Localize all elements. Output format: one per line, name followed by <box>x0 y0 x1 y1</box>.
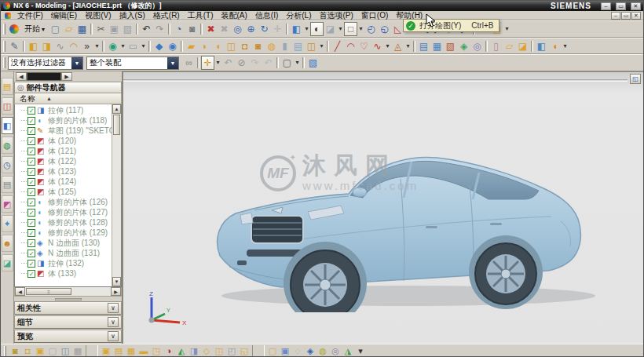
tree-item-checkbox[interactable]: ✓ <box>27 219 35 227</box>
toolbar-grip[interactable] <box>3 57 5 68</box>
studio-surface-icon[interactable]: ▧ <box>444 39 457 53</box>
replace-component-icon[interactable]: ◑ <box>163 345 175 357</box>
child-minimize-button[interactable]: – <box>611 12 620 20</box>
trim-body-icon[interactable]: ◫ <box>305 39 318 53</box>
move-component-icon[interactable]: ◳ <box>150 345 163 357</box>
hide-icon[interactable]: ✖ <box>218 22 231 36</box>
dropdown-caret[interactable]: ▾ <box>214 56 221 70</box>
through-curves-icon[interactable]: ▤ <box>417 39 430 53</box>
graphics-viewport[interactable]: ◱ <box>123 71 643 344</box>
sheet-body-icon[interactable]: ◫ <box>225 39 238 53</box>
chevron-down-icon[interactable]: ∨ <box>108 303 119 313</box>
sort-ascending-icon[interactable]: ▲ <box>46 96 52 101</box>
redo-icon[interactable]: ↷ <box>153 22 166 36</box>
save-icon[interactable]: ▦ <box>75 22 89 36</box>
selection-filter-combobox[interactable]: 没有选择过滤器 ▼ <box>8 56 83 70</box>
gray-arrow-up-icon[interactable]: ↷ <box>248 56 262 70</box>
find-component-icon[interactable]: ◙ <box>9 345 21 357</box>
tree-item-checkbox[interactable]: ✓ <box>27 229 35 237</box>
minimize-button[interactable]: – <box>601 2 611 10</box>
selection-scope-combobox[interactable]: 整个装配 ▼ <box>86 56 179 70</box>
tree-item-checkbox[interactable]: ✓ <box>27 188 35 196</box>
dropdown-caret[interactable]: ▾ <box>354 345 367 357</box>
tree-item[interactable]: ✓ ◩ 体 (123) <box>15 166 112 177</box>
component-array-icon[interactable]: ▦ <box>125 345 137 357</box>
mirror-assembly-icon[interactable]: ◫ <box>213 345 225 357</box>
car-model[interactable] <box>206 124 610 312</box>
dropdown-caret[interactable]: ▾ <box>357 22 364 36</box>
tree-item-checkbox[interactable]: ✓ <box>27 270 35 278</box>
datum-csys-icon[interactable]: ◨ <box>40 39 53 53</box>
wave-geometry-linker-icon[interactable]: ◇ <box>200 345 213 357</box>
link-clip-icon[interactable]: ◍ <box>317 345 329 357</box>
tree-item[interactable]: ✓ ◩ 体 (133) <box>15 268 112 279</box>
constraint-navigator-tab[interactable]: ◫ <box>2 97 13 115</box>
menu-item[interactable]: 编辑(E) <box>47 11 81 20</box>
tree-item-checkbox[interactable]: ✓ <box>27 148 35 155</box>
tree-item[interactable]: ✓ ◖ 修剪的片体 (126) <box>15 197 112 207</box>
snap-view-icon[interactable]: ◵ <box>378 22 391 36</box>
scroll-left-button[interactable]: ◀ <box>16 72 27 81</box>
assembly-preview-icon[interactable]: ◫ <box>59 345 71 357</box>
paste-icon[interactable]: ▨ <box>121 22 134 36</box>
scroll-up-icon[interactable]: ▲ <box>112 104 121 114</box>
gray-arrow-down-icon[interactable]: ↶ <box>262 56 275 70</box>
wave-mode-icon[interactable]: ◈ <box>304 345 317 357</box>
navigator-column-header[interactable]: 名称 ▲ <box>14 93 122 104</box>
tree-item-checkbox[interactable]: ✓ <box>27 158 35 166</box>
art-spline-icon[interactable]: ♡ <box>357 39 371 53</box>
tree-item[interactable]: ✓ ◩ 体 (124) <box>15 177 112 187</box>
combo-dropdown-icon[interactable]: ▼ <box>71 57 82 69</box>
tree-item[interactable]: ✓ ◩ 体 (122) <box>15 156 112 166</box>
roles-tab[interactable]: ☻ <box>2 235 13 252</box>
rectangle-select-icon[interactable]: ▢ <box>280 56 294 70</box>
studio-spline-icon[interactable]: ∿ <box>371 39 384 53</box>
sketch-icon[interactable]: ✎ <box>8 39 21 53</box>
tree-item-checkbox[interactable]: ✓ <box>27 168 35 176</box>
text-icon[interactable]: ◬ <box>391 39 404 53</box>
face-analysis-icon[interactable]: ◪ <box>324 22 337 36</box>
dropdown-caret[interactable]: ▾ <box>303 22 310 36</box>
chevron-down-icon[interactable]: ∨ <box>108 331 119 341</box>
menu-item[interactable]: 视图(V) <box>81 11 115 20</box>
menu-item[interactable]: 格式(R) <box>149 11 184 20</box>
undo-icon[interactable]: ↶ <box>140 22 153 36</box>
tree-item-checkbox[interactable]: ✓ <box>27 107 35 115</box>
line-icon[interactable]: ╱ <box>331 39 344 53</box>
tree-item[interactable]: ✓ ◩ 体 (121) <box>15 146 112 156</box>
extract-icon[interactable]: ◘ <box>238 39 251 53</box>
scrollbar-thumb[interactable] <box>113 115 120 135</box>
fullscreen-icon[interactable]: ◱ <box>630 74 641 84</box>
menu-item[interactable]: 窗口(O) <box>357 11 392 20</box>
interpart-link-icon[interactable]: ◌ <box>291 345 304 357</box>
tree-item-checkbox[interactable]: ✓ <box>27 178 35 186</box>
snap-point-icon[interactable]: ✛ <box>201 56 214 70</box>
tree-item[interactable]: ✓ ◖ 修剪的片体 (129) <box>15 228 112 238</box>
chevron-down-icon[interactable]: ∨ <box>108 317 119 327</box>
background-icon[interactable]: □ <box>344 22 357 36</box>
sweep-along-guide-icon[interactable]: ◖ <box>211 39 225 53</box>
overflow-chevron[interactable]: » <box>80 39 93 53</box>
open-folder-icon[interactable]: ▱ <box>62 22 75 36</box>
assembly-constraints-icon[interactable]: ◭ <box>175 345 188 357</box>
tree-vertical-scrollbar[interactable]: ▲ ▼ <box>112 104 121 286</box>
dropdown-caret[interactable]: ▾ <box>119 39 126 53</box>
tree-item-checkbox[interactable]: ✓ <box>27 239 35 247</box>
tree-item[interactable]: ✓ ◩ 体 (125) <box>15 187 112 197</box>
combo-dropdown-icon[interactable]: ▼ <box>167 57 178 69</box>
visualization-tab[interactable]: ◪ <box>2 254 13 271</box>
helix-icon[interactable]: ◠ <box>67 39 80 53</box>
add-component-icon[interactable]: ▣ <box>100 345 112 357</box>
section-surface-icon[interactable]: ◎ <box>470 39 484 53</box>
open-component-window-icon[interactable]: ▢ <box>266 345 279 357</box>
undo-selection-icon[interactable]: ↶ <box>221 56 235 70</box>
exploded-views-icon[interactable]: ◮ <box>342 345 354 357</box>
surface-analysis-icon[interactable]: ◈ <box>457 39 470 53</box>
dropdown-caret[interactable]: ▾ <box>294 56 301 70</box>
extrude-icon[interactable]: ◆ <box>152 39 166 53</box>
chain-icon[interactable]: ◎ <box>329 345 342 357</box>
new-file-icon[interactable]: ▢ <box>49 22 62 36</box>
tree-item[interactable]: ✓ ◨ 拉伸 (117) <box>15 105 112 115</box>
menu-item[interactable]: 装配(A) <box>217 11 251 20</box>
tree-item[interactable]: ✓ ◈ N 边曲面 (131) <box>15 248 112 258</box>
